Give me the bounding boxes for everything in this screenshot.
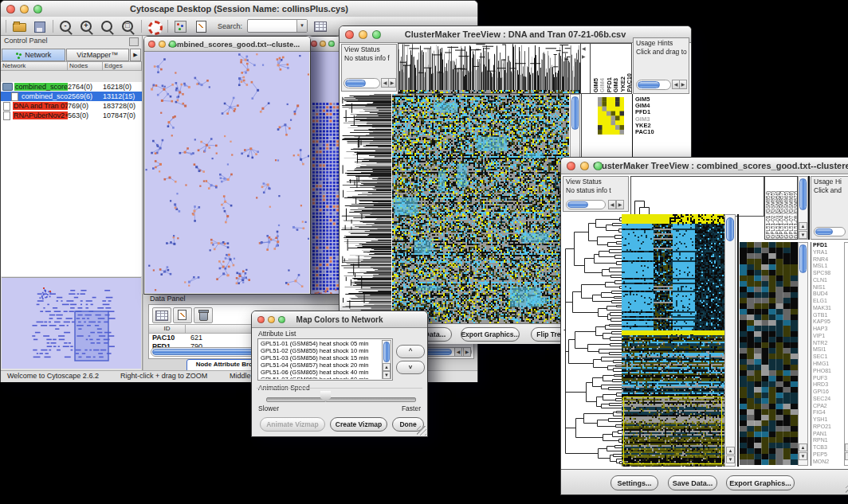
scroll-down-icon[interactable]: ▼ bbox=[799, 452, 807, 460]
column-header-nodes[interactable]: Nodes bbox=[68, 61, 103, 71]
main-titlebar[interactable]: Cytoscape Desktop (Session Name: collins… bbox=[1, 1, 477, 18]
treeview2-titlebar[interactable]: ClusterMaker TreeView : combined_scores_… bbox=[561, 158, 848, 174]
export-graphics-button[interactable]: Export Graphics... bbox=[726, 475, 795, 490]
column-dendrogram-canvas[interactable] bbox=[631, 177, 764, 216]
help-icon[interactable] bbox=[147, 19, 163, 33]
network-tree-row[interactable]: DNA and Tran 07769(0)183728(0) bbox=[1, 101, 142, 111]
scroll-left-icon[interactable]: ◀ bbox=[454, 347, 462, 357]
scrollbar-thumb[interactable] bbox=[567, 201, 588, 208]
animation-speed-slider[interactable] bbox=[266, 397, 416, 402]
minimize-button[interactable] bbox=[580, 162, 589, 170]
attribute-listbox[interactable]: GPL51-01 (GSM854) heat shock 05 minGPL51… bbox=[257, 338, 393, 381]
mini-heatmap-canvas[interactable] bbox=[740, 242, 798, 465]
scroll-up-icon[interactable]: ▲ bbox=[383, 363, 391, 371]
zoom-button[interactable] bbox=[278, 316, 285, 323]
resize-grip[interactable] bbox=[417, 426, 426, 436]
network-tree-row[interactable]: combined_sco2569(6)13112(15) bbox=[1, 92, 142, 101]
scroll-right-icon[interactable]: ▶ bbox=[463, 347, 471, 357]
annotation-icon[interactable] bbox=[194, 19, 210, 33]
zoom-button[interactable] bbox=[594, 162, 603, 170]
scroll-right-icon[interactable]: ▶ bbox=[616, 200, 624, 209]
scroll-right-icon[interactable]: ▶ bbox=[388, 78, 396, 88]
scroll-up-icon[interactable]: ▲ bbox=[799, 443, 807, 451]
scrollbar-thumb[interactable] bbox=[726, 217, 734, 241]
array-labels-scrollbar[interactable]: ▲ ▼ bbox=[798, 176, 808, 240]
scroll-down-icon[interactable]: ▼ bbox=[726, 455, 735, 463]
close-button[interactable] bbox=[345, 30, 354, 39]
scroll-down-icon[interactable]: ▼ bbox=[799, 231, 807, 239]
attribute-list-item[interactable]: GPL51-03 (GSM856) heat shock 15 min bbox=[259, 354, 381, 361]
row-dendrogram-canvas[interactable] bbox=[563, 214, 622, 467]
export-graphics-button[interactable]: Export Graphics... bbox=[461, 327, 520, 342]
settings-button[interactable]: Settings... bbox=[610, 475, 658, 490]
attribute-list-item[interactable]: GPL51-02 (GSM855) heat shock 10 min bbox=[259, 347, 381, 354]
scrollbar-thumb[interactable] bbox=[799, 244, 807, 273]
animate-vizmap-button[interactable]: Animate Vizmap bbox=[260, 417, 325, 432]
zoom-button[interactable] bbox=[328, 41, 335, 47]
zoom-selected-icon[interactable]: □ bbox=[120, 19, 136, 33]
create-vizmap-button[interactable]: Create Vizmap bbox=[330, 417, 387, 432]
attribute-list-item[interactable]: GPL51-04 (GSM857) heat shock 20 min bbox=[259, 361, 381, 369]
mini-heatmap-canvas[interactable] bbox=[598, 97, 624, 135]
vertical-scrollbar[interactable]: ▲ ▼ bbox=[724, 214, 736, 467]
side-scrollbar[interactable]: ▲ ▼ bbox=[844, 242, 848, 466]
save-data-button[interactable]: Save Data... bbox=[668, 475, 717, 490]
attribute-list-item[interactable]: GPL51-07 (GSM868) heat shock 60 min bbox=[259, 376, 381, 379]
close-button[interactable] bbox=[257, 316, 265, 323]
scroll-left-icon[interactable]: ◀ bbox=[608, 200, 616, 209]
zoom-in-icon[interactable]: + bbox=[79, 19, 95, 33]
dialog-titlebar[interactable]: Map Colors to Network bbox=[252, 311, 427, 328]
column-header-id[interactable]: ID bbox=[149, 324, 186, 334]
vizmapper-icon[interactable] bbox=[173, 19, 189, 33]
network-canvas[interactable] bbox=[145, 52, 309, 293]
scroll-down-icon[interactable]: ▼ bbox=[383, 371, 391, 379]
scroll-left-icon[interactable]: ◀ bbox=[582, 45, 586, 51]
scroll-right-icon[interactable]: ▶ bbox=[582, 53, 586, 59]
horizontal-scrollbar[interactable] bbox=[344, 78, 380, 88]
minimize-button[interactable] bbox=[159, 41, 166, 48]
horizontal-scrollbar[interactable] bbox=[566, 200, 606, 209]
close-button[interactable] bbox=[567, 162, 575, 170]
overview-canvas[interactable] bbox=[2, 278, 140, 367]
heatmap-canvas[interactable] bbox=[622, 214, 724, 467]
gene-list-scrollbar[interactable]: ▲ ▼ bbox=[798, 242, 808, 466]
chevron-down-icon[interactable]: ▼ bbox=[296, 20, 307, 32]
save-icon[interactable] bbox=[32, 19, 48, 33]
scrollbar-thumb[interactable] bbox=[799, 178, 807, 210]
scroll-up-icon[interactable]: ▲ bbox=[799, 222, 807, 230]
move-up-button[interactable]: ^ bbox=[396, 345, 425, 358]
zoom-button[interactable] bbox=[33, 5, 42, 14]
table-icon[interactable] bbox=[152, 307, 171, 323]
scroll-up-icon[interactable]: ▲ bbox=[845, 443, 848, 451]
scrollbar-thumb[interactable] bbox=[345, 80, 366, 87]
close-button[interactable] bbox=[311, 41, 317, 47]
attribute-table-icon[interactable] bbox=[312, 19, 328, 33]
network2-titlebar[interactable] bbox=[308, 37, 340, 52]
attribute-list-item[interactable]: GPL51-06 (GSM865) heat shock 40 min bbox=[259, 369, 381, 376]
float-panel-icon[interactable] bbox=[129, 37, 139, 46]
scrollbar-thumb[interactable] bbox=[638, 81, 660, 88]
attribute-list-item[interactable]: GPL51-01 (GSM854) heat shock 05 min bbox=[259, 340, 381, 347]
scroll-right-icon[interactable]: ▶ bbox=[679, 80, 687, 89]
zoom-button[interactable] bbox=[372, 30, 381, 39]
zoom-out-icon[interactable]: - bbox=[58, 19, 74, 33]
vertical-scrollbar[interactable]: ▲ ▼ bbox=[382, 340, 391, 379]
close-button[interactable] bbox=[6, 5, 15, 14]
close-button[interactable] bbox=[148, 41, 155, 48]
network-canvas[interactable] bbox=[309, 52, 340, 294]
column-dendrogram-canvas[interactable] bbox=[398, 44, 580, 93]
network-tree-row[interactable]: RNAPuberNov2+563(0)107847(0) bbox=[1, 111, 142, 120]
move-down-button[interactable]: v bbox=[396, 361, 425, 374]
network1-titlebar[interactable]: combined_scores_good.txt--cluste... bbox=[144, 37, 310, 52]
scrollbar-thumb[interactable] bbox=[383, 342, 390, 362]
tab-vizmapper[interactable]: VizMapper™ bbox=[66, 49, 130, 61]
tab-overflow-arrow[interactable]: ▶ bbox=[130, 49, 141, 61]
search-input[interactable]: ▼ bbox=[247, 19, 308, 33]
network-tree-row[interactable]: combined_scores2764(0)16218(0) bbox=[1, 82, 142, 92]
tab-network[interactable]: Network bbox=[2, 49, 65, 61]
row-dendrogram-canvas[interactable] bbox=[341, 94, 391, 323]
scrollbar-thumb[interactable] bbox=[815, 229, 833, 235]
column-header-network[interactable]: Network bbox=[1, 61, 68, 71]
heatmap-canvas[interactable] bbox=[392, 94, 569, 323]
minimize-button[interactable] bbox=[20, 5, 29, 14]
